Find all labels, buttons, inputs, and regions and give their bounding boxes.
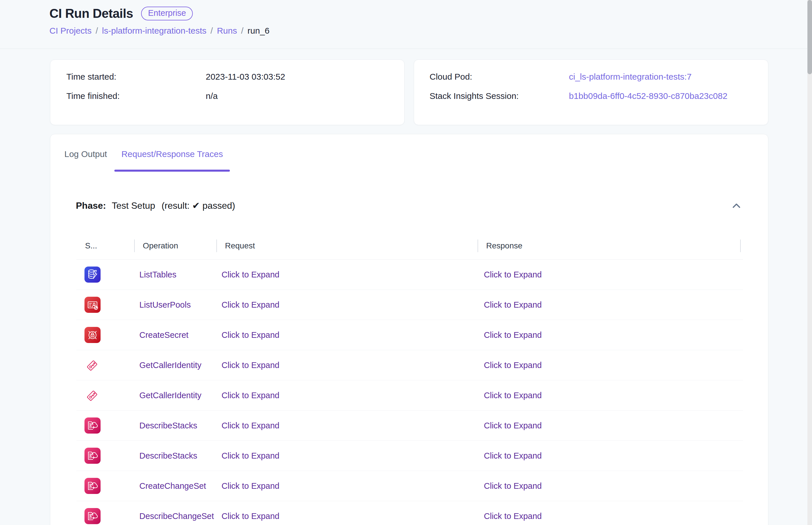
cloudformation-icon <box>84 418 100 434</box>
request-expand-link[interactable]: Click to Expand <box>221 270 280 279</box>
scrollbar-thumb[interactable] <box>808 0 812 74</box>
request-cell: Click to Expand <box>216 421 478 431</box>
response-expand-link[interactable]: Click to Expand <box>484 451 542 460</box>
table-row: GetCallerIdentity Click to Expand Click … <box>76 380 743 410</box>
cloudformation-icon <box>84 478 100 494</box>
breadcrumb-runs[interactable]: Runs <box>217 26 237 36</box>
time-started-label: Time started: <box>66 72 206 82</box>
request-expand-link[interactable]: Click to Expand <box>221 451 280 460</box>
enterprise-badge: Enterprise <box>141 6 193 20</box>
operation-link[interactable]: DescribeStacks <box>139 421 197 430</box>
operation-link[interactable]: GetCallerIdentity <box>139 391 201 400</box>
service-cell <box>76 297 134 313</box>
trace-table-header: S... Operation Request Response <box>76 232 743 260</box>
request-cell: Click to Expand <box>216 270 478 280</box>
operation-cell: GetCallerIdentity <box>134 391 216 400</box>
response-expand-link[interactable]: Click to Expand <box>484 270 542 279</box>
response-cell: Click to Expand <box>478 270 740 280</box>
column-header-request: Request <box>216 241 478 251</box>
time-finished-label: Time finished: <box>66 91 206 101</box>
response-cell: Click to Expand <box>478 391 740 400</box>
table-row: ListUserPools Click to Expand Click to E… <box>76 290 743 320</box>
cloud-pod-link[interactable]: ci_ls-platform-integration-tests:7 <box>569 72 692 82</box>
service-cell <box>76 267 134 283</box>
page-title: CI Run Details <box>49 6 133 21</box>
request-expand-link[interactable]: Click to Expand <box>221 511 280 521</box>
time-finished-row: Time finished: n/a <box>66 91 388 101</box>
response-expand-link[interactable]: Click to Expand <box>484 481 542 491</box>
page-header: CI Run Details Enterprise CI Projects / … <box>0 0 812 49</box>
operation-link[interactable]: GetCallerIdentity <box>139 361 201 370</box>
phase-collapse-button[interactable] <box>730 201 743 210</box>
request-expand-link[interactable]: Click to Expand <box>221 481 280 491</box>
request-expand-link[interactable]: Click to Expand <box>221 330 280 340</box>
tab-bar: Log Output Request/Response Traces <box>64 145 230 171</box>
chevron-up-icon <box>732 202 741 209</box>
session-card: Cloud Pod: ci_ls-platform-integration-te… <box>414 60 768 125</box>
response-cell: Click to Expand <box>478 421 740 431</box>
time-started-value: 2023-11-03 03:03:52 <box>206 72 285 82</box>
breadcrumb-separator: / <box>241 26 244 36</box>
operation-link[interactable]: CreateSecret <box>139 330 188 340</box>
stack-insights-label: Stack Insights Session: <box>430 91 569 101</box>
response-expand-link[interactable]: Click to Expand <box>484 511 542 521</box>
column-header-service: S... <box>76 241 134 251</box>
breadcrumb-separator: / <box>210 26 213 36</box>
column-header-response: Response <box>478 241 740 251</box>
column-separator <box>478 240 478 252</box>
operation-cell: ListTables <box>134 270 216 280</box>
cognito-icon <box>84 297 100 313</box>
column-separator <box>134 240 135 252</box>
stack-insights-session-link[interactable]: b1bb09da-6ff0-4c52-8930-c870ba23c082 <box>569 91 728 101</box>
table-row: GetCallerIdentity Click to Expand Click … <box>76 350 743 380</box>
request-expand-link[interactable]: Click to Expand <box>221 300 280 309</box>
operation-cell: GetCallerIdentity <box>134 361 216 370</box>
operation-link[interactable]: DescribeChangeSet <box>139 511 214 521</box>
response-expand-link[interactable]: Click to Expand <box>484 361 542 370</box>
response-cell: Click to Expand <box>478 330 740 340</box>
service-cell <box>76 478 134 494</box>
trace-table-body: ListTables Click to Expand Click to Expa… <box>76 260 743 525</box>
breadcrumb-current-run: run_6 <box>247 26 269 36</box>
request-cell: Click to Expand <box>216 451 478 461</box>
traces-card: Log Output Request/Response Traces Phase… <box>50 134 768 525</box>
operation-cell: DescribeChangeSet <box>134 511 216 521</box>
table-row: ListTables Click to Expand Click to Expa… <box>76 260 743 290</box>
page-scrollbar[interactable] <box>808 0 812 525</box>
request-cell: Click to Expand <box>216 300 478 310</box>
operation-link[interactable]: ListUserPools <box>139 300 191 309</box>
breadcrumb-project[interactable]: ls-platform-integration-tests <box>102 26 206 36</box>
column-header-operation: Operation <box>134 241 216 251</box>
request-expand-link[interactable]: Click to Expand <box>221 361 280 370</box>
request-cell: Click to Expand <box>216 481 478 491</box>
stack-insights-row: Stack Insights Session: b1bb09da-6ff0-4c… <box>430 91 752 101</box>
run-times-card: Time started: 2023-11-03 03:03:52 Time f… <box>50 60 405 125</box>
response-cell: Click to Expand <box>478 361 740 370</box>
trace-table: S... Operation Request Response ListTabl… <box>76 232 743 525</box>
cloudformation-icon <box>84 508 100 524</box>
request-expand-link[interactable]: Click to Expand <box>221 391 280 400</box>
service-cell <box>76 357 134 373</box>
service-cell <box>76 508 134 524</box>
operation-link[interactable]: ListTables <box>139 270 176 279</box>
operation-cell: CreateSecret <box>134 330 216 340</box>
response-expand-link[interactable]: Click to Expand <box>484 421 542 430</box>
operation-link[interactable]: CreateChangeSet <box>139 481 206 491</box>
response-cell: Click to Expand <box>478 511 740 521</box>
request-expand-link[interactable]: Click to Expand <box>221 421 280 430</box>
service-cell <box>76 387 134 403</box>
time-finished-value: n/a <box>206 91 218 101</box>
tab-log-output[interactable]: Log Output <box>64 145 107 171</box>
tab-request-response-traces[interactable]: Request/Response Traces <box>114 145 230 171</box>
time-started-row: Time started: 2023-11-03 03:03:52 <box>66 72 388 82</box>
request-cell: Click to Expand <box>216 330 478 340</box>
response-cell: Click to Expand <box>478 300 740 310</box>
response-expand-link[interactable]: Click to Expand <box>484 330 542 340</box>
response-expand-link[interactable]: Click to Expand <box>484 300 542 309</box>
response-expand-link[interactable]: Click to Expand <box>484 391 542 400</box>
breadcrumb-ci-projects[interactable]: CI Projects <box>49 26 92 36</box>
phase-label: Phase: <box>76 200 106 211</box>
request-cell: Click to Expand <box>216 391 478 400</box>
operation-link[interactable]: DescribeStacks <box>139 451 197 460</box>
cloud-pod-label: Cloud Pod: <box>430 72 569 82</box>
